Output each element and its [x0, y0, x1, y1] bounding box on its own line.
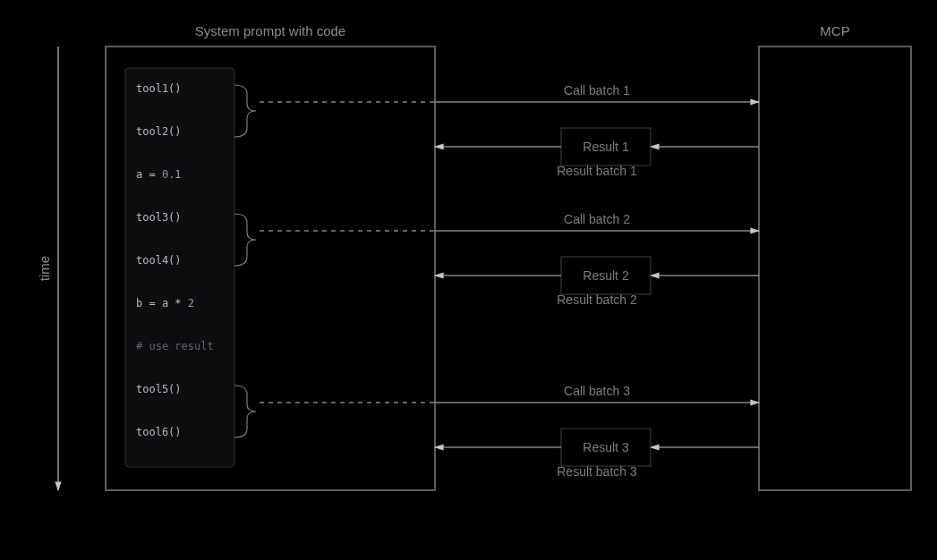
- return-label: Result batch 3: [557, 464, 637, 479]
- lane: Call batch 2Result 2Result batch 2: [234, 212, 759, 307]
- diagram: time System prompt with code MCP tool1()…: [0, 0, 937, 560]
- code-line: tool4(): [136, 254, 182, 267]
- result-box-label: Result 3: [583, 440, 629, 454]
- code-line: tool1(): [136, 82, 182, 95]
- left-box-title: System prompt with code: [195, 23, 345, 38]
- brace-icon: [234, 214, 256, 266]
- brace-icon: [234, 386, 256, 437]
- code-line: tool5(): [136, 383, 182, 395]
- result-box-label: Result 2: [583, 268, 629, 283]
- lane: Call batch 1Result 1Result batch 1: [234, 83, 759, 178]
- call-label: Call batch 1: [564, 83, 630, 98]
- code-line: b = a * 2: [136, 297, 200, 310]
- call-label: Call batch 2: [564, 212, 630, 226]
- code-line: # use result: [136, 340, 214, 352]
- mcp-box-title: MCP: [820, 23, 849, 38]
- return-label: Result batch 1: [557, 164, 637, 178]
- code-line: tool3(): [136, 211, 182, 224]
- code-line: a = 0.1: [136, 168, 182, 181]
- lane: Call batch 3Result 3Result batch 3: [234, 384, 759, 479]
- code-line: tool6(): [136, 426, 182, 438]
- time-axis-label: time: [37, 256, 52, 281]
- brace-icon: [234, 85, 256, 137]
- return-label: Result batch 2: [557, 293, 637, 307]
- mcp-box: [759, 47, 911, 490]
- call-label: Call batch 3: [564, 384, 630, 398]
- code-line: tool2(): [136, 125, 182, 138]
- result-box-label: Result 1: [583, 140, 629, 154]
